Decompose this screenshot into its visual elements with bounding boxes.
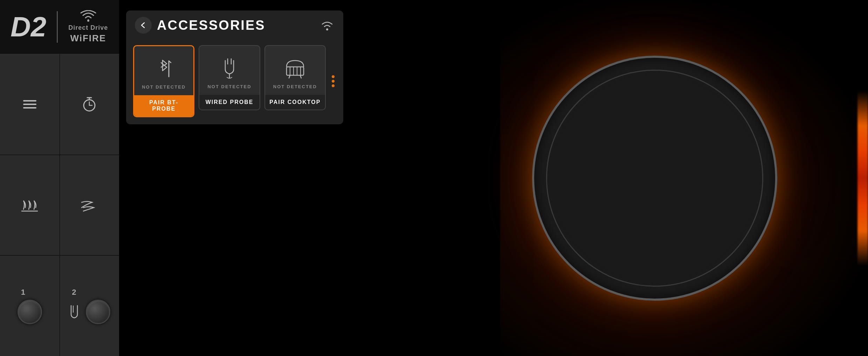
main-content: ACCESSORIES [119, 0, 500, 356]
dot-2 [332, 80, 335, 83]
dot-1 [332, 75, 335, 78]
back-arrow-icon [139, 21, 147, 29]
pair-cooktop-status: NOT DETECTED [273, 84, 317, 89]
pair-bt-probe-status: NOT DETECTED [142, 84, 186, 90]
logo-divider [57, 11, 58, 43]
fan-icon [80, 197, 99, 213]
wired-probe-icon-area: NOT DETECTED [199, 46, 259, 95]
pair-bt-probe-label: PAIR BT-PROBE [134, 95, 193, 116]
pair-cooktop-label: PAIR COOKTOP [265, 95, 325, 110]
menu-icon [21, 97, 39, 111]
left-panel: D2 Direct Drive WiFIRE [0, 0, 119, 356]
wifi-logo-icon [80, 10, 97, 23]
wifire-text: WiFIRE [70, 33, 106, 44]
accessories-title: ACCESSORIES [157, 18, 266, 33]
timer-icon [81, 96, 98, 113]
knob-2-cell[interactable]: 2 [60, 256, 119, 356]
accessories-panel: ACCESSORIES [126, 11, 343, 124]
back-button[interactable] [135, 17, 152, 34]
cooktop-icon [284, 57, 306, 80]
direct-drive-text: Direct Drive [68, 24, 108, 32]
wifi-header-icon [320, 20, 335, 31]
dot-3 [332, 84, 335, 87]
menu-button[interactable] [0, 54, 60, 155]
control-grid: 1 2 [0, 54, 119, 356]
knob-1-container: 1 [18, 288, 42, 324]
wired-probe-label: WIRED PROBE [199, 95, 259, 110]
timer-button[interactable] [60, 54, 119, 155]
knob-2[interactable] [86, 300, 110, 324]
wired-probe-status: NOT DETECTED [207, 84, 251, 89]
heat-button[interactable] [0, 155, 60, 256]
logo-area: D2 Direct Drive WiFIRE [0, 0, 119, 54]
wired-probe-icon [220, 57, 239, 80]
heat-icon [20, 197, 39, 213]
fan-button[interactable] [60, 155, 119, 256]
svg-point-0 [87, 20, 89, 22]
knob-1-cell[interactable]: 1 [0, 256, 60, 356]
logo-d2: D2 Direct Drive WiFIRE [11, 10, 108, 44]
right-panel [500, 0, 868, 356]
knob-2-container: 2 [68, 288, 110, 324]
pair-cooktop-card[interactable]: NOT DETECTED PAIR COOKTOP [264, 45, 326, 110]
accessories-cards: NOT DETECTED PAIR BT-PROBE NO [126, 40, 343, 124]
wired-probe-card[interactable]: NOT DETECTED WIRED PROBE [199, 45, 260, 110]
pair-bt-probe-icon-area: NOT DETECTED [134, 46, 193, 95]
dial-inner-ring [546, 70, 763, 287]
logo-d2-text: D2 [11, 13, 46, 41]
bt-probe-icon [154, 57, 173, 80]
knob-1[interactable] [18, 300, 42, 324]
more-options-dots[interactable] [330, 72, 336, 91]
pair-bt-probe-card[interactable]: NOT DETECTED PAIR BT-PROBE [133, 45, 194, 117]
knob-2-label: 2 [72, 288, 76, 297]
svg-point-10 [326, 28, 328, 30]
accessories-header: ACCESSORIES [126, 11, 343, 40]
header-left: ACCESSORIES [135, 17, 266, 34]
knob-1-label: 1 [21, 288, 25, 297]
probe-icon [68, 304, 81, 320]
svg-rect-15 [287, 67, 304, 75]
pair-cooktop-icon-area: NOT DETECTED [265, 46, 325, 95]
flame-accent [857, 91, 868, 266]
logo-wifire-area: Direct Drive WiFIRE [68, 10, 108, 44]
